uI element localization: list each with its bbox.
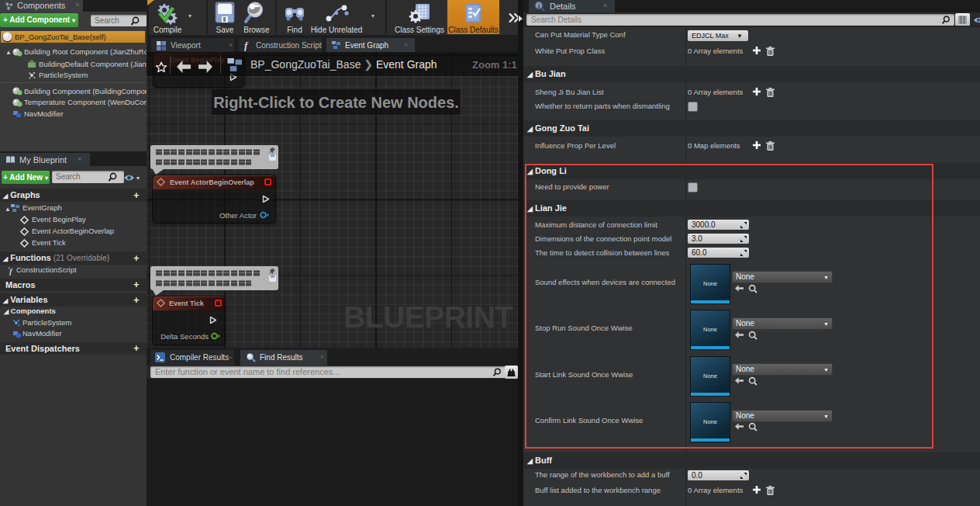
svg-text:f: f bbox=[9, 266, 13, 276]
